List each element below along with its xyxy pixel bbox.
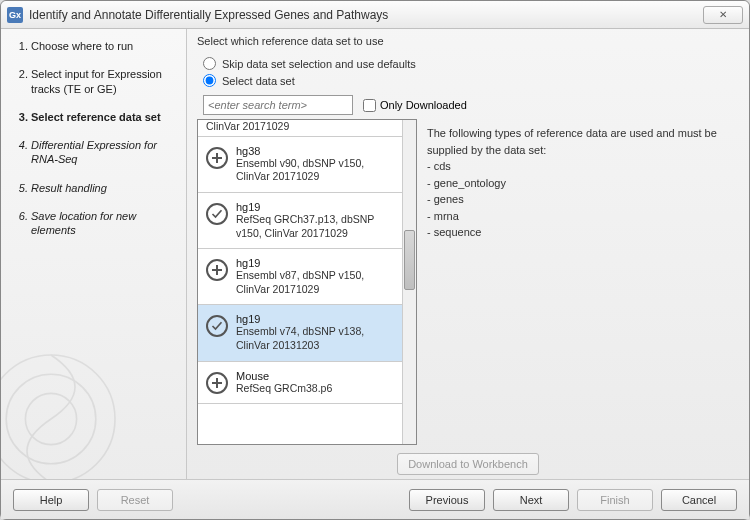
dataset-item[interactable]: hg38Ensembl v90, dbSNP v150, ClinVar 201…	[198, 137, 402, 193]
dataset-desc: Ensembl v74, dbSNP v138, ClinVar 2013120…	[236, 325, 396, 352]
scrollbar-thumb[interactable]	[404, 230, 415, 290]
download-row: Download to Workbench	[197, 445, 739, 479]
radio-skip-label: Skip data set selection and use defaults	[222, 58, 416, 70]
radio-skip-input[interactable]	[203, 57, 216, 70]
dataset-item[interactable]: hg19Ensembl v74, dbSNP v138, ClinVar 201…	[198, 305, 402, 361]
wizard-step: Save location for new elements	[31, 209, 178, 238]
titlebar: Gx Identify and Annotate Differentially …	[1, 1, 749, 29]
decorative-swirl-icon	[1, 339, 131, 479]
dialog-window: Gx Identify and Annotate Differentially …	[0, 0, 750, 520]
info-panel: The following types of reference data ar…	[423, 119, 739, 445]
dataset-name: hg19	[236, 201, 396, 213]
radio-skip-defaults[interactable]: Skip data set selection and use defaults	[203, 57, 739, 70]
dataset-name: hg19	[236, 257, 396, 269]
mid-area: ClinVar 20171029hg38Ensembl v90, dbSNP v…	[197, 119, 739, 445]
info-item: - gene_ontology	[427, 175, 733, 192]
wizard-steps-sidebar: Choose where to runSelect input for Expr…	[1, 29, 187, 479]
finish-button[interactable]: Finish	[577, 489, 653, 511]
info-item: - mrna	[427, 208, 733, 225]
dataset-item[interactable]: hg19RefSeq GRCh37.p13, dbSNP v150, ClinV…	[198, 193, 402, 249]
wizard-steps-list: Choose where to runSelect input for Expr…	[13, 39, 178, 238]
dataset-desc: RefSeq GRCh37.p13, dbSNP v150, ClinVar 2…	[236, 213, 396, 240]
radio-select-dataset[interactable]: Select data set	[203, 74, 739, 87]
close-button[interactable]: ✕	[703, 6, 743, 24]
radio-select-input[interactable]	[203, 74, 216, 87]
dataset-text: MouseRefSeq GRCm38.p6	[236, 370, 332, 396]
dataset-text: ClinVar 20171029	[206, 120, 289, 134]
reset-button[interactable]: Reset	[97, 489, 173, 511]
dataset-name: hg19	[236, 313, 396, 325]
dataset-desc: Ensembl v90, dbSNP v150, ClinVar 2017102…	[236, 157, 396, 184]
only-downloaded-checkbox[interactable]: Only Downloaded	[363, 99, 467, 112]
footer-bar: Help Reset Previous Next Finish Cancel	[1, 479, 749, 519]
panel-heading: Select which reference data set to use	[197, 35, 739, 47]
close-icon: ✕	[719, 9, 727, 20]
dataset-list-scrollbar[interactable]	[402, 120, 416, 444]
app-icon: Gx	[7, 7, 23, 23]
main-panel: Select which reference data set to use S…	[187, 29, 749, 479]
wizard-step: Select input for Expression tracks (TE o…	[31, 67, 178, 96]
wizard-step: Choose where to run	[31, 39, 178, 53]
dataset-desc: ClinVar 20171029	[206, 120, 289, 134]
dataset-text: hg19Ensembl v87, dbSNP v150, ClinVar 201…	[236, 257, 396, 296]
only-downloaded-label: Only Downloaded	[380, 99, 467, 111]
wizard-step: Result handling	[31, 181, 178, 195]
dataset-mode-radiogroup: Skip data set selection and use defaults…	[203, 53, 739, 91]
dataset-desc: Ensembl v87, dbSNP v150, ClinVar 2017102…	[236, 269, 396, 296]
info-item: - sequence	[427, 224, 733, 241]
svg-point-0	[1, 355, 115, 479]
check-icon	[206, 315, 228, 337]
search-input[interactable]	[203, 95, 353, 115]
help-button[interactable]: Help	[13, 489, 89, 511]
info-item: - cds	[427, 158, 733, 175]
plus-icon	[206, 259, 228, 281]
dataset-desc: RefSeq GRCm38.p6	[236, 382, 332, 396]
download-to-workbench-button[interactable]: Download to Workbench	[397, 453, 539, 475]
svg-point-1	[6, 374, 96, 464]
content-area: Choose where to runSelect input for Expr…	[1, 29, 749, 479]
dataset-list-inner: ClinVar 20171029hg38Ensembl v90, dbSNP v…	[198, 120, 402, 444]
only-downloaded-input[interactable]	[363, 99, 376, 112]
wizard-step: Differential Expression for RNA-Seq	[31, 138, 178, 167]
dataset-text: hg19Ensembl v74, dbSNP v138, ClinVar 201…	[236, 313, 396, 352]
dataset-list: ClinVar 20171029hg38Ensembl v90, dbSNP v…	[197, 119, 417, 445]
cancel-button[interactable]: Cancel	[661, 489, 737, 511]
dataset-text: hg19RefSeq GRCh37.p13, dbSNP v150, ClinV…	[236, 201, 396, 240]
wizard-step: Select reference data set	[31, 110, 178, 124]
dataset-name: Mouse	[236, 370, 332, 382]
dataset-text: hg38Ensembl v90, dbSNP v150, ClinVar 201…	[236, 145, 396, 184]
dataset-name: hg38	[236, 145, 396, 157]
info-item: - genes	[427, 191, 733, 208]
svg-point-2	[25, 393, 76, 444]
window-title: Identify and Annotate Differentially Exp…	[29, 8, 703, 22]
previous-button[interactable]: Previous	[409, 489, 485, 511]
info-heading: The following types of reference data ar…	[427, 125, 733, 158]
radio-select-label: Select data set	[222, 75, 295, 87]
dataset-item[interactable]: MouseRefSeq GRCm38.p6	[198, 362, 402, 405]
check-icon	[206, 203, 228, 225]
plus-icon	[206, 372, 228, 394]
dataset-item[interactable]: hg19Ensembl v87, dbSNP v150, ClinVar 201…	[198, 249, 402, 305]
search-row: Only Downloaded	[203, 95, 739, 115]
next-button[interactable]: Next	[493, 489, 569, 511]
dataset-item[interactable]: ClinVar 20171029	[198, 120, 402, 137]
plus-icon	[206, 147, 228, 169]
